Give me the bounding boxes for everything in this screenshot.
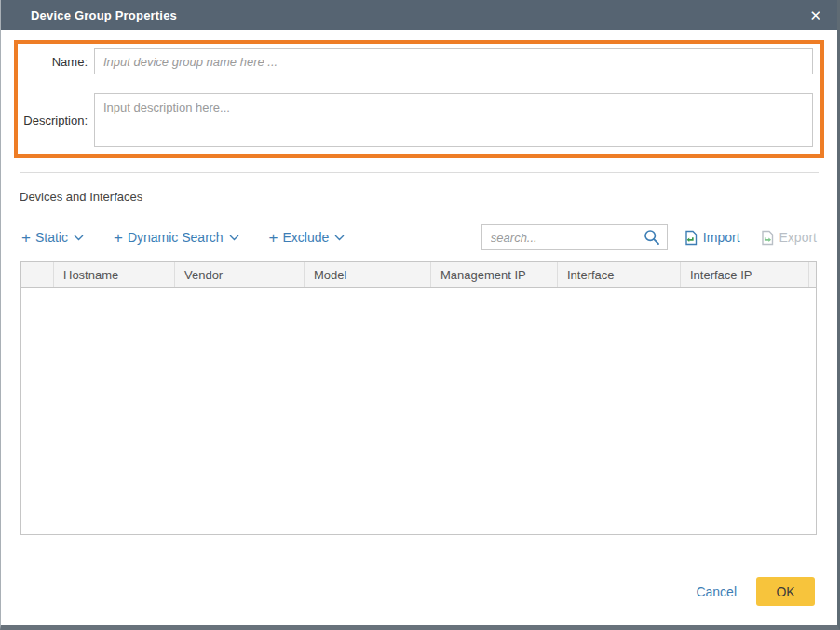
chevron-down-icon [334, 235, 345, 241]
export-button: Export [760, 230, 817, 246]
toolbar-right-group: Import Export [481, 224, 817, 250]
description-input[interactable] [94, 93, 813, 147]
close-icon[interactable]: ✕ [804, 5, 827, 26]
add-dynamic-search-button[interactable]: + Dynamic Search [114, 230, 239, 246]
search-box [481, 224, 668, 250]
plus-icon: + [21, 230, 31, 246]
name-input[interactable] [94, 48, 813, 74]
column-header-select [21, 262, 54, 287]
dynamic-search-label: Dynamic Search [128, 230, 224, 245]
export-label: Export [779, 230, 817, 245]
group-properties-form: Name: Description: [14, 40, 824, 158]
column-header-management-ip[interactable]: Management IP [431, 262, 558, 287]
static-label: Static [35, 230, 68, 245]
search-input[interactable] [491, 231, 644, 245]
column-header-interface[interactable]: Interface [558, 262, 681, 287]
devices-toolbar: + Static + Dynamic Search + Exclude [21, 223, 817, 251]
exclude-label: Exclude [283, 230, 330, 245]
name-row: Name: [18, 48, 813, 74]
import-icon [684, 230, 698, 246]
device-group-properties-dialog: Device Group Properties ✕ Name: Descript… [0, 0, 840, 630]
dialog-footer: Cancel OK [696, 577, 815, 606]
column-header-spacer [809, 262, 816, 287]
devices-table-body[interactable] [21, 288, 816, 534]
devices-table: Hostname Vendor Model Management IP Inte… [20, 261, 817, 535]
ok-button[interactable]: OK [756, 577, 815, 606]
description-label: Description: [18, 114, 94, 127]
column-header-hostname[interactable]: Hostname [54, 262, 175, 287]
import-label: Import [703, 230, 740, 245]
plus-icon: + [269, 230, 278, 246]
devices-table-header: Hostname Vendor Model Management IP Inte… [21, 262, 816, 288]
dialog-title: Device Group Properties [0, 8, 177, 22]
devices-and-interfaces-title: Devices and Interfaces [20, 190, 142, 204]
column-header-model[interactable]: Model [305, 262, 431, 287]
description-row: Description: [18, 93, 813, 147]
search-icon[interactable] [644, 229, 660, 246]
chevron-down-icon [74, 235, 84, 241]
name-label: Name: [18, 55, 94, 69]
add-exclude-button[interactable]: + Exclude [269, 230, 345, 246]
section-divider [20, 172, 819, 173]
plus-icon: + [114, 230, 123, 246]
chevron-down-icon [229, 235, 239, 241]
dialog-titlebar: Device Group Properties ✕ [0, 0, 840, 30]
column-header-interface-ip[interactable]: Interface IP [681, 262, 809, 287]
export-icon [760, 230, 775, 246]
add-static-button[interactable]: + Static [21, 230, 84, 246]
import-button[interactable]: Import [684, 230, 740, 246]
cancel-button[interactable]: Cancel [696, 584, 737, 599]
column-header-vendor[interactable]: Vendor [175, 262, 305, 287]
